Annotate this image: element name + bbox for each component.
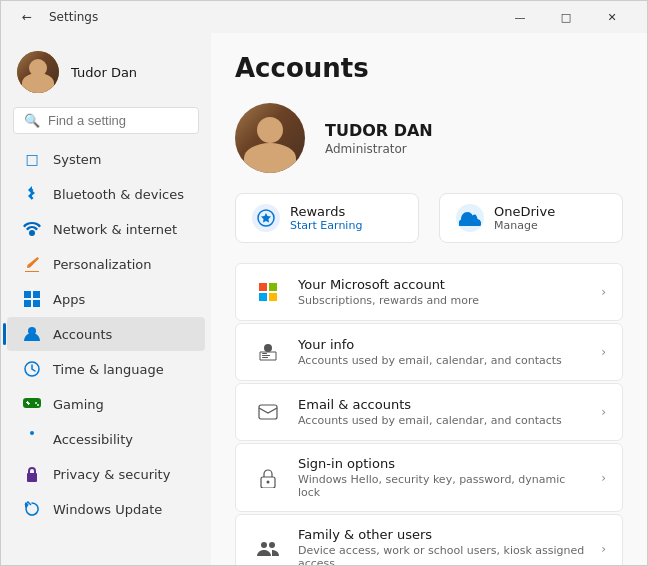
chevron-icon: ›	[601, 345, 606, 359]
sidebar-item-gaming[interactable]: Gaming	[7, 387, 205, 421]
rewards-card[interactable]: Rewards Start Earning	[235, 193, 419, 243]
onedrive-title: OneDrive	[494, 204, 555, 219]
account-info: TUDOR DAN Administrator	[325, 121, 623, 156]
microsoft-account-text: Your Microsoft account Subscriptions, re…	[298, 277, 587, 307]
your-info-text: Your info Accounts used by email, calend…	[298, 337, 587, 367]
family-icon	[252, 533, 284, 565]
svg-rect-11	[259, 293, 267, 301]
email-icon	[252, 396, 284, 428]
svg-rect-15	[262, 355, 270, 356]
chevron-icon: ›	[601, 471, 606, 485]
svg-rect-7	[27, 473, 37, 482]
svg-point-6	[30, 431, 34, 435]
onedrive-text: OneDrive Manage	[494, 204, 555, 232]
settings-item-your-info[interactable]: Your info Accounts used by email, calend…	[235, 323, 623, 381]
apps-icon	[23, 290, 41, 308]
main-panel: Accounts TUDOR DAN Administrator	[211, 33, 647, 565]
page-title: Accounts	[235, 53, 623, 83]
sidebar-item-label: Windows Update	[53, 502, 162, 517]
onedrive-card[interactable]: OneDrive Manage	[439, 193, 623, 243]
sidebar-item-label: Accounts	[53, 327, 112, 342]
rewards-icon	[252, 204, 280, 232]
avatar-image	[17, 51, 59, 93]
accessibility-icon	[23, 430, 41, 448]
settings-item-signin[interactable]: Sign-in options Windows Hello, security …	[235, 443, 623, 512]
your-info-icon	[252, 336, 284, 368]
search-input[interactable]	[48, 113, 188, 128]
svg-rect-3	[33, 300, 40, 307]
svg-rect-12	[269, 293, 277, 301]
sidebar-item-system[interactable]: □ System	[7, 142, 205, 176]
settings-item-family[interactable]: Family & other users Device access, work…	[235, 514, 623, 565]
minimize-button[interactable]: —	[497, 1, 543, 33]
onedrive-subtitle: Manage	[494, 219, 555, 232]
svg-rect-2	[24, 300, 31, 307]
email-desc: Accounts used by email, calendar, and co…	[298, 414, 587, 427]
sidebar-item-label: Gaming	[53, 397, 104, 412]
window-title: Settings	[49, 10, 98, 24]
sidebar-item-bluetooth[interactable]: Bluetooth & devices	[7, 177, 205, 211]
search-box[interactable]: 🔍	[13, 107, 199, 134]
titlebar-left: ← Settings	[13, 3, 98, 31]
sidebar-item-label: Privacy & security	[53, 467, 170, 482]
main-content: Tudor Dan 🔍 □ System Bluetooth & devices	[1, 33, 647, 565]
back-button[interactable]: ←	[13, 3, 41, 31]
svg-point-13	[264, 344, 272, 352]
settings-list: Your Microsoft account Subscriptions, re…	[235, 263, 623, 565]
chevron-icon: ›	[601, 285, 606, 299]
update-icon	[23, 500, 41, 518]
family-text: Family & other users Device access, work…	[298, 527, 587, 565]
search-icon: 🔍	[24, 113, 40, 128]
account-header: TUDOR DAN Administrator	[235, 103, 623, 173]
sidebar-item-network[interactable]: Network & internet	[7, 212, 205, 246]
account-actions: Rewards Start Earning OneDrive Manage	[235, 193, 623, 243]
rewards-subtitle: Start Earning	[290, 219, 362, 232]
signin-desc: Windows Hello, security key, password, d…	[298, 473, 587, 499]
settings-window: ← Settings — □ ✕ Tudor Dan 🔍 □ System	[0, 0, 648, 566]
svg-rect-0	[24, 291, 31, 298]
maximize-button[interactable]: □	[543, 1, 589, 33]
family-desc: Device access, work or school users, kio…	[298, 544, 587, 565]
svg-point-21	[269, 542, 275, 548]
svg-rect-9	[259, 283, 267, 291]
account-avatar	[235, 103, 305, 173]
close-button[interactable]: ✕	[589, 1, 635, 33]
personalization-icon	[23, 255, 41, 273]
sidebar-item-label: Personalization	[53, 257, 152, 272]
sidebar-item-label: Time & language	[53, 362, 164, 377]
family-title: Family & other users	[298, 527, 587, 542]
microsoft-account-icon	[252, 276, 284, 308]
svg-rect-1	[33, 291, 40, 298]
sidebar-item-apps[interactable]: Apps	[7, 282, 205, 316]
sidebar-item-label: Accessibility	[53, 432, 133, 447]
settings-item-email[interactable]: Email & accounts Accounts used by email,…	[235, 383, 623, 441]
account-role: Administrator	[325, 142, 623, 156]
sidebar-item-privacy[interactable]: Privacy & security	[7, 457, 205, 491]
svg-rect-14	[262, 353, 267, 354]
svg-rect-10	[269, 283, 277, 291]
sidebar-profile[interactable]: Tudor Dan	[1, 41, 211, 103]
sidebar-item-time[interactable]: Time & language	[7, 352, 205, 386]
sidebar-item-accounts[interactable]: Accounts	[7, 317, 205, 351]
sidebar-item-label: Apps	[53, 292, 85, 307]
your-info-desc: Accounts used by email, calendar, and co…	[298, 354, 587, 367]
rewards-title: Rewards	[290, 204, 362, 219]
svg-rect-17	[259, 405, 277, 419]
email-title: Email & accounts	[298, 397, 587, 412]
svg-point-20	[261, 542, 267, 548]
settings-item-microsoft-account[interactable]: Your Microsoft account Subscriptions, re…	[235, 263, 623, 321]
window-controls: — □ ✕	[497, 1, 635, 33]
sidebar-item-accessibility[interactable]: Accessibility	[7, 422, 205, 456]
email-text: Email & accounts Accounts used by email,…	[298, 397, 587, 427]
sidebar-item-update[interactable]: Windows Update	[7, 492, 205, 526]
microsoft-account-title: Your Microsoft account	[298, 277, 587, 292]
sidebar: Tudor Dan 🔍 □ System Bluetooth & devices	[1, 33, 211, 565]
privacy-icon	[23, 465, 41, 483]
account-name: TUDOR DAN	[325, 121, 623, 140]
sidebar-item-personalization[interactable]: Personalization	[7, 247, 205, 281]
titlebar: ← Settings — □ ✕	[1, 1, 647, 33]
gaming-icon	[23, 395, 41, 413]
rewards-text: Rewards Start Earning	[290, 204, 362, 232]
network-icon	[23, 220, 41, 238]
time-icon	[23, 360, 41, 378]
